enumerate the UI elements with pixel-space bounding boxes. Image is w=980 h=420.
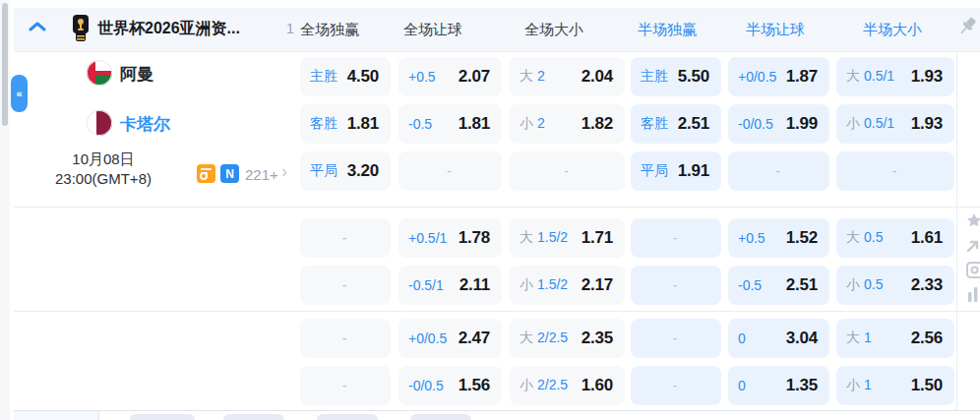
odds-dash: - bbox=[673, 277, 678, 293]
odds-value: 1.93 bbox=[911, 114, 943, 134]
odds-cell[interactable]: 平局3.20 bbox=[300, 151, 391, 191]
odds-label: 大0.5 bbox=[846, 229, 883, 247]
more-markets-count[interactable]: 221+ bbox=[245, 166, 278, 183]
odds-value: 5.50 bbox=[678, 67, 709, 87]
odds-label: -0/0.5 bbox=[738, 116, 773, 132]
collapse-chevron-up-icon[interactable] bbox=[28, 20, 47, 33]
column-header-full-overunder[interactable]: 全场大小 bbox=[524, 21, 583, 39]
odds-cell[interactable]: 大2/2.52.35 bbox=[510, 319, 625, 358]
odds-cell-empty: - bbox=[631, 319, 721, 358]
odds-cell[interactable]: 客胜1.81 bbox=[300, 104, 391, 144]
odds-dash: - bbox=[673, 230, 678, 246]
trend-arrow-icon[interactable] bbox=[966, 239, 980, 253]
pin-icon[interactable] bbox=[956, 16, 978, 39]
odds-cell[interactable]: -0/0.51.99 bbox=[728, 104, 829, 144]
odds-label: 客胜 bbox=[310, 115, 337, 133]
odds-cell-empty: - bbox=[631, 218, 721, 258]
odds-cell[interactable]: 03.04 bbox=[728, 319, 829, 358]
odds-cell-empty: - bbox=[510, 151, 625, 191]
odds-cell-empty: - bbox=[300, 218, 391, 258]
scrollbar-thumb[interactable] bbox=[2, 3, 8, 126]
stats-bars-icon[interactable] bbox=[966, 286, 980, 302]
odds-cell[interactable]: 大0.5/11.93 bbox=[836, 57, 954, 96]
odds-dash: - bbox=[892, 163, 897, 179]
odds-cell[interactable]: 大0.51.61 bbox=[836, 218, 954, 258]
odds-cell[interactable]: 大1.5/21.71 bbox=[510, 218, 625, 258]
home-team-name[interactable]: 阿曼 bbox=[120, 63, 153, 86]
media-icon[interactable] bbox=[966, 262, 980, 278]
odds-cell[interactable]: +0/0.52.47 bbox=[398, 319, 502, 358]
odds-dash: - bbox=[447, 163, 452, 179]
odds-cell[interactable]: 小1.5/22.17 bbox=[510, 266, 625, 305]
row-divider bbox=[14, 410, 980, 411]
odds-cell[interactable]: -0.52.51 bbox=[728, 266, 829, 305]
odds-value: 3.20 bbox=[347, 161, 379, 181]
odds-cell[interactable]: 小21.82 bbox=[510, 104, 625, 144]
odds-label: +0/0.5 bbox=[408, 330, 447, 346]
odds-value: 2.51 bbox=[678, 114, 709, 134]
column-header-full-handicap[interactable]: 全场让球 bbox=[403, 21, 462, 39]
column-header-half-1x2[interactable]: 半场独赢 bbox=[638, 21, 697, 39]
column-header-half-overunder[interactable]: 半场大小 bbox=[863, 21, 922, 39]
odds-value: 1.87 bbox=[786, 67, 818, 87]
league-title[interactable]: 世界杯2026亚洲资... bbox=[97, 19, 240, 39]
odds-value: 1.81 bbox=[459, 114, 490, 134]
odds-cell[interactable]: -0.51.81 bbox=[398, 104, 502, 144]
odds-cell[interactable]: +0.5/11.78 bbox=[398, 218, 502, 258]
next-row-cell-partial bbox=[410, 414, 471, 420]
odds-cell[interactable]: 小2/2.51.60 bbox=[510, 366, 625, 405]
odds-cell[interactable]: 平局1.91 bbox=[631, 151, 721, 191]
odds-label: -0.5/1 bbox=[408, 277, 444, 293]
odds-cell[interactable]: 大22.04 bbox=[510, 57, 625, 96]
odds-label: -0/0.5 bbox=[408, 378, 444, 393]
odds-label: 小1.5/2 bbox=[520, 276, 568, 294]
odds-value: 2.47 bbox=[459, 329, 490, 348]
block-divider bbox=[14, 207, 980, 208]
column-header-full-1x2[interactable]: 全场独赢 bbox=[300, 21, 359, 39]
odds-value: 2.04 bbox=[582, 67, 613, 87]
column-header-half-handicap[interactable]: 半场让球 bbox=[746, 21, 805, 39]
favorite-star-icon[interactable] bbox=[966, 212, 980, 228]
odds-label: +0.5 bbox=[408, 69, 436, 85]
odds-dash: - bbox=[673, 330, 678, 346]
odds-cell[interactable]: 大12.56 bbox=[836, 319, 954, 358]
odds-dash: - bbox=[775, 163, 780, 179]
odds-cell[interactable]: +0.52.07 bbox=[398, 57, 502, 96]
odds-table-screen: 世界杯2026亚洲资... 1 全场独赢 全场让球 全场大小 半场独赢 半场让球… bbox=[0, 0, 980, 420]
odds-cell[interactable]: 主胜4.50 bbox=[300, 57, 391, 96]
odds-cell-empty: - bbox=[300, 366, 391, 405]
odds-history-icon[interactable] bbox=[197, 164, 215, 183]
away-team-name[interactable]: 卡塔尔 bbox=[120, 113, 170, 136]
odds-value: 1.35 bbox=[786, 376, 818, 395]
more-markets-chevron-icon[interactable]: › bbox=[281, 161, 287, 182]
odds-cell[interactable]: 小0.52.33 bbox=[836, 266, 954, 305]
odds-dash: - bbox=[564, 163, 569, 179]
odds-cell[interactable]: 主胜5.50 bbox=[631, 57, 721, 96]
odds-cell[interactable]: 客胜2.51 bbox=[631, 104, 721, 144]
block-divider bbox=[14, 311, 980, 312]
odds-label: -0.5 bbox=[738, 277, 762, 293]
odds-cell-empty: - bbox=[300, 266, 391, 305]
news-badge-icon[interactable]: N bbox=[220, 164, 239, 183]
odds-cell[interactable]: -0.5/12.11 bbox=[398, 266, 502, 305]
sidebar-collapse-tab[interactable]: « bbox=[11, 75, 28, 112]
odds-cell[interactable]: 小0.5/11.93 bbox=[836, 104, 954, 144]
odds-label: -0.5 bbox=[408, 116, 432, 132]
next-row-divider bbox=[98, 410, 99, 420]
next-row-cell-partial bbox=[223, 414, 284, 420]
odds-label: 小1 bbox=[846, 377, 872, 394]
odds-value: 2.11 bbox=[459, 275, 490, 295]
odds-cell[interactable]: 01.35 bbox=[728, 366, 829, 405]
odds-cell[interactable]: +0.51.52 bbox=[728, 218, 829, 258]
odds-cell[interactable]: +0/0.51.87 bbox=[728, 57, 829, 96]
odds-cell-empty: - bbox=[836, 151, 954, 191]
odds-cell[interactable]: 小11.50 bbox=[836, 366, 954, 405]
odds-dash: - bbox=[342, 277, 347, 293]
odds-dash: - bbox=[342, 230, 347, 246]
sidebar-collapse-glyph: « bbox=[16, 88, 22, 99]
odds-dash: - bbox=[673, 378, 678, 393]
odds-label: 大2/2.5 bbox=[520, 330, 568, 347]
next-row-cell-partial bbox=[317, 414, 378, 420]
odds-label: +0.5/1 bbox=[408, 230, 447, 246]
odds-cell[interactable]: -0/0.51.56 bbox=[398, 366, 502, 405]
